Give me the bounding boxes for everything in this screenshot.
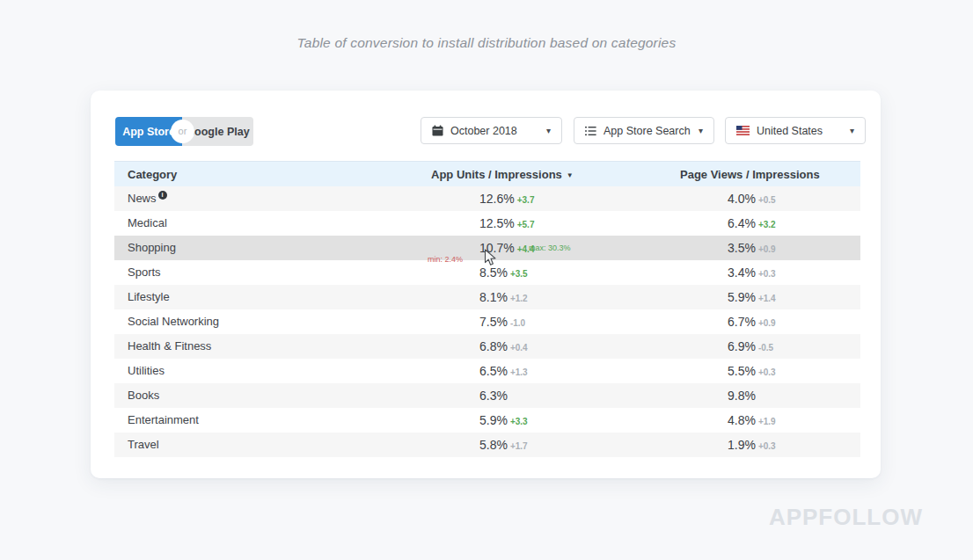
app-units-value: 5.8% bbox=[479, 438, 508, 452]
table-row-social-networking[interactable]: Social Networking 7.5%-1.0 6.7%+0.9 bbox=[114, 309, 860, 334]
table-row-travel[interactable]: Travel 5.8%+1.7 1.9%+0.3 bbox=[114, 433, 860, 457]
category-label: Sports bbox=[128, 265, 161, 279]
app-units-value: 12.5% bbox=[479, 216, 515, 230]
app-units-value: 7.5% bbox=[479, 315, 508, 329]
chevron-down-icon: ▾ bbox=[699, 126, 703, 135]
app-units-value: 6.3% bbox=[479, 389, 508, 403]
period-value: October 2018 bbox=[450, 125, 541, 137]
page-views-value: 9.8% bbox=[728, 389, 756, 403]
page-views-value: 4.8% bbox=[728, 413, 756, 427]
sort-desc-icon: ▼ bbox=[567, 171, 574, 179]
table-row-books[interactable]: Books 6.3% 9.8% bbox=[114, 383, 860, 408]
max-annotation: max: 30.3% bbox=[529, 236, 571, 260]
app-units-value: 5.9% bbox=[479, 413, 508, 427]
category-label: Entertainment bbox=[128, 413, 199, 426]
us-flag-icon bbox=[736, 126, 750, 135]
country-value: United States bbox=[757, 125, 845, 137]
or-badge: or bbox=[171, 120, 194, 143]
app-units-delta: +3.3 bbox=[510, 417, 528, 426]
app-units-delta: +1.7 bbox=[510, 441, 528, 451]
page-views-value: 1.9% bbox=[728, 438, 756, 452]
app-units-delta: +0.4 bbox=[510, 343, 528, 353]
app-units-delta: +1.3 bbox=[510, 367, 528, 377]
category-label: Utilities bbox=[128, 364, 165, 377]
table-row-medical[interactable]: Medical 12.5%+5.7 6.4%+3.2 bbox=[114, 211, 860, 236]
app-units-delta: +3.5 bbox=[510, 269, 528, 279]
page-views-delta: +0.3 bbox=[758, 441, 776, 451]
table-body: Newsi 12.6%+3.7 4.0%+0.5 Medical 12.5%+5… bbox=[114, 186, 860, 457]
table-row-utilities[interactable]: Utilities 6.5%+1.3 5.5%+0.3 bbox=[114, 359, 860, 383]
mouse-cursor-icon bbox=[484, 249, 498, 271]
page-caption: Table of conversion to install distribut… bbox=[0, 35, 973, 51]
app-units-value: 8.1% bbox=[479, 290, 508, 304]
page-views-value: 6.7% bbox=[728, 315, 756, 329]
table-row-news[interactable]: Newsi 12.6%+3.7 4.0%+0.5 bbox=[114, 186, 860, 211]
page-views-value: 5.9% bbox=[728, 290, 756, 304]
report-card: App Store Google Play or October 2018 ▾ bbox=[91, 91, 881, 478]
app-units-value: 12.6% bbox=[479, 192, 515, 206]
category-label: Travel bbox=[128, 438, 159, 451]
source-value: App Store Search bbox=[604, 125, 693, 137]
column-header-page-views[interactable]: Page Views / Impressions bbox=[673, 162, 860, 188]
page-views-delta: +0.9 bbox=[758, 244, 776, 254]
page-views-delta: +0.3 bbox=[758, 269, 776, 279]
info-icon[interactable]: i bbox=[158, 191, 167, 200]
page-views-delta: +1.4 bbox=[758, 294, 776, 303]
category-label: Health & Fitness bbox=[128, 339, 211, 353]
page-views-delta: +0.3 bbox=[758, 367, 776, 377]
column-header-category[interactable]: Category bbox=[114, 162, 431, 188]
conversion-table: Category App Units / Impressions▼ Page V… bbox=[114, 161, 860, 457]
category-label: Shopping bbox=[128, 241, 176, 254]
chevron-down-icon: ▾ bbox=[850, 126, 854, 135]
app-units-delta: +5.7 bbox=[517, 220, 535, 229]
page-views-delta: +1.9 bbox=[758, 417, 776, 426]
source-dropdown[interactable]: App Store Search ▾ bbox=[574, 117, 714, 144]
app-units-delta: -1.0 bbox=[510, 318, 525, 328]
page: Table of conversion to install distribut… bbox=[0, 0, 973, 560]
calendar-icon bbox=[432, 125, 443, 136]
category-label: News bbox=[128, 192, 157, 205]
page-views-delta: -0.5 bbox=[758, 343, 773, 353]
app-units-delta: +3.7 bbox=[517, 195, 535, 205]
category-label: Books bbox=[128, 389, 159, 402]
page-views-delta: +0.9 bbox=[758, 318, 776, 328]
app-units-value: 6.8% bbox=[479, 339, 508, 353]
list-icon bbox=[585, 126, 596, 136]
table-row-lifestyle[interactable]: Lifestyle 8.1%+1.2 5.9%+1.4 bbox=[114, 285, 860, 309]
page-views-value: 6.9% bbox=[728, 339, 756, 353]
page-views-value: 5.5% bbox=[728, 364, 756, 378]
chevron-down-icon: ▾ bbox=[546, 126, 551, 135]
store-toggle: App Store Google Play or bbox=[115, 117, 253, 146]
page-views-value: 3.5% bbox=[728, 241, 756, 255]
page-views-value: 3.4% bbox=[728, 265, 756, 280]
appfollow-watermark: APPFOLLOW bbox=[769, 504, 923, 531]
country-dropdown[interactable]: United States ▾ bbox=[725, 117, 866, 144]
table-header: Category App Units / Impressions▼ Page V… bbox=[114, 161, 860, 186]
category-label: Lifestyle bbox=[128, 290, 170, 303]
page-views-value: 4.0% bbox=[728, 192, 756, 206]
page-views-value: 6.4% bbox=[728, 216, 756, 230]
app-units-value: 6.5% bbox=[479, 364, 508, 378]
period-dropdown[interactable]: October 2018 ▾ bbox=[421, 117, 562, 144]
category-label: Social Networking bbox=[128, 315, 219, 328]
table-row-entertainment[interactable]: Entertainment 5.9%+3.3 4.8%+1.9 bbox=[114, 408, 860, 433]
app-units-delta: +1.2 bbox=[510, 294, 528, 303]
column-header-app-units[interactable]: App Units / Impressions▼ bbox=[431, 162, 673, 188]
table-row-health-fitness[interactable]: Health & Fitness 6.8%+0.4 6.9%-0.5 bbox=[114, 334, 860, 359]
page-views-delta: +3.2 bbox=[758, 220, 776, 229]
page-views-delta: +0.5 bbox=[758, 195, 776, 205]
category-label: Medical bbox=[128, 216, 167, 229]
